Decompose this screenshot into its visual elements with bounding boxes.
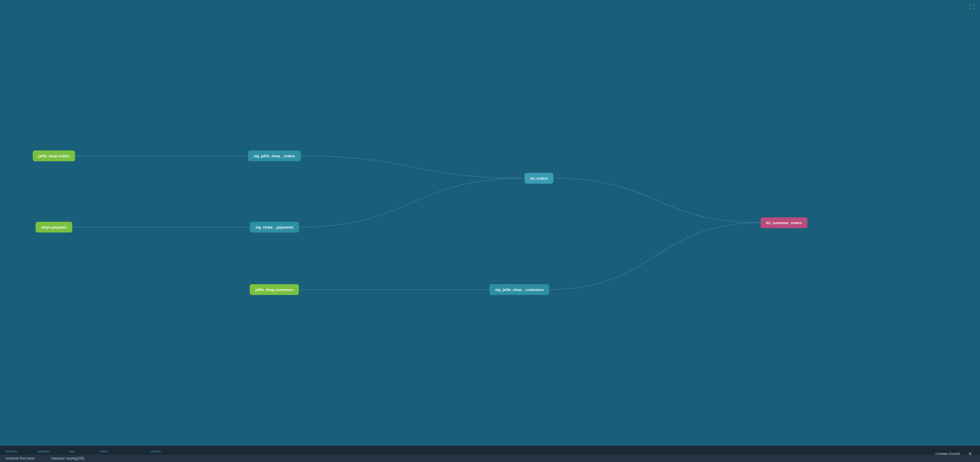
node-jaffle_shop_customers[interactable]: jaffle_shop.customers — [250, 284, 299, 295]
bottom-tooltip: customer first namecharacter varying(255… — [0, 455, 980, 462]
filter-label-packages: packages — [38, 450, 58, 453]
filter-label-tags: tags — [69, 450, 87, 453]
maximize-button[interactable]: ⛶ — [969, 5, 974, 10]
filter-label-select: --select — [98, 450, 138, 453]
node-int_orders[interactable]: int_orders — [525, 173, 554, 183]
filter-label-resources: resources — [6, 450, 27, 453]
graph-area: jaffle_shop.ordersstripe.paymentjaffle_s… — [0, 0, 980, 445]
filter-label-exclude: --exclude — [150, 450, 161, 453]
lineage-container: ⛶ jaffle_shop.ordersstripe.paymentjaffle… — [0, 0, 980, 462]
node-stg_stripe_payments[interactable]: stg_stripe__payments — [250, 222, 299, 233]
connections-svg — [0, 0, 980, 445]
tooltip-col-0: customer first name — [6, 456, 35, 460]
node-fct_customer_orders[interactable]: fct_customer_orders — [761, 217, 807, 228]
tooltip-col-1: character varying(255) — [51, 456, 84, 460]
node-jaffle_shop_orders[interactable]: jaffle_shop.orders — [33, 151, 75, 161]
maximize-icon: ⛶ — [969, 5, 974, 10]
node-stg_jaffle_shop_customers[interactable]: stg_jaffle_shop__customers — [490, 284, 549, 295]
node-stripe_payment[interactable]: stripe.payment — [36, 222, 72, 233]
node-stg_jaffle_shop_orders[interactable]: stg_jaffle_shop__orders — [248, 151, 301, 161]
